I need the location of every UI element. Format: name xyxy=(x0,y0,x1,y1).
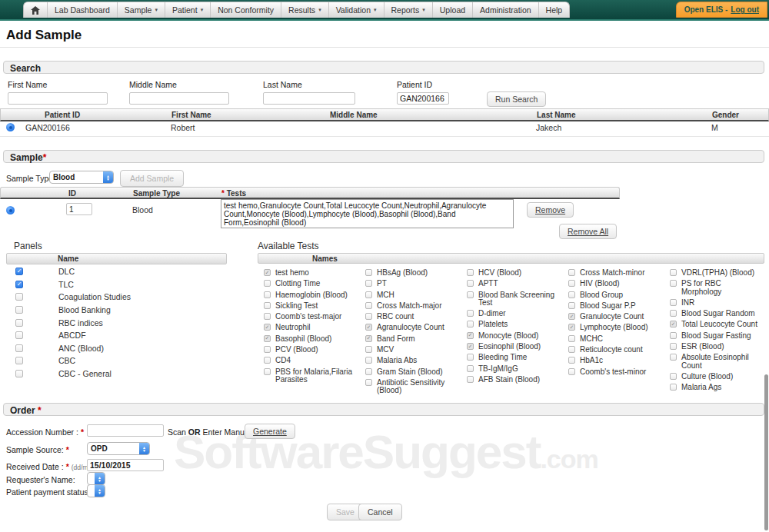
test-checkbox-neutrophil[interactable]: ✓ xyxy=(264,324,271,331)
test-checkbox-blood-bank-screening-test[interactable]: ✓ xyxy=(467,291,474,298)
test-checkbox-pbs-for-malaria-filaria-parasites[interactable]: ✓ xyxy=(264,368,271,375)
panel-label: ABCDF xyxy=(58,331,86,340)
panel-checkbox-blood-banking[interactable]: ✓ xyxy=(15,306,23,314)
test-checkbox-esr-blood[interactable]: ✓ xyxy=(670,343,677,350)
test-checkbox-tb-igm-igg[interactable]: ✓ xyxy=(467,365,474,372)
add-sample-button[interactable]: Add Sample xyxy=(120,170,184,187)
test-item-clotting-time: ✓Clotting Time xyxy=(258,280,359,288)
last-name-input[interactable] xyxy=(263,92,355,105)
cancel-button[interactable]: Cancel xyxy=(358,504,402,520)
patient-id-input[interactable] xyxy=(397,92,449,105)
test-checkbox-hbsag-blood[interactable]: ✓ xyxy=(365,269,372,276)
remove-button[interactable]: Remove xyxy=(527,202,574,218)
test-checkbox-mcv[interactable]: ✓ xyxy=(365,346,372,353)
test-checkbox-reticulocyte-count[interactable]: ✓ xyxy=(568,346,575,353)
received-date-input[interactable] xyxy=(87,459,164,471)
nav-item-non-conformity[interactable]: Non Conformity xyxy=(211,2,281,18)
nav-item-administration[interactable]: Administration xyxy=(473,2,539,18)
test-checkbox-inr[interactable]: ✓ xyxy=(670,299,677,306)
test-checkbox-agranulocyte-count[interactable]: ✓ xyxy=(365,324,372,331)
home-button[interactable] xyxy=(24,2,48,18)
nav-item-results[interactable]: Results▾ xyxy=(281,2,329,18)
test-checkbox-hiv-blood[interactable]: ✓ xyxy=(568,280,575,287)
panel-checkbox-rbc-indices[interactable]: ✓ xyxy=(15,319,23,327)
panel-checkbox-cbc[interactable]: ✓ xyxy=(15,357,23,364)
test-checkbox-clotting-time[interactable]: ✓ xyxy=(264,280,271,287)
test-checkbox-basophil-blood[interactable]: ✓ xyxy=(264,335,271,342)
test-checkbox-mchc[interactable]: ✓ xyxy=(568,335,575,342)
test-checkbox-sickling-test[interactable]: ✓ xyxy=(264,302,271,309)
test-checkbox-total-leucocyte-count[interactable]: ✓ xyxy=(670,321,677,328)
test-checkbox-cross-match-major[interactable]: ✓ xyxy=(365,302,372,309)
test-checkbox-pt[interactable]: ✓ xyxy=(365,280,372,287)
test-checkbox-culture-blood[interactable]: ✓ xyxy=(670,373,677,380)
test-checkbox-cross-match-minor[interactable]: ✓ xyxy=(568,269,575,276)
panel-checkbox-cbc-general[interactable]: ✓ xyxy=(15,370,23,377)
nav-item-patient[interactable]: Patient▾ xyxy=(165,2,211,18)
test-checkbox-rbc-count[interactable]: ✓ xyxy=(365,313,372,320)
test-checkbox-band-form[interactable]: ✓ xyxy=(365,335,372,342)
test-checkbox-cd4[interactable]: ✓ xyxy=(264,357,271,364)
test-checkbox-blood-sugar-random[interactable]: ✓ xyxy=(670,310,677,317)
test-checkbox-coomb-s-test-minor[interactable]: ✓ xyxy=(568,368,575,375)
panel-checkbox-anc-blood[interactable]: ✓ xyxy=(15,344,23,352)
test-checkbox-hcv-blood[interactable]: ✓ xyxy=(467,269,474,276)
middle-name-input[interactable] xyxy=(129,92,229,105)
test-checkbox-blood-sugar-p-p[interactable]: ✓ xyxy=(568,302,575,309)
test-checkbox-aptt[interactable]: ✓ xyxy=(467,280,474,287)
sample-id-input[interactable] xyxy=(66,203,92,215)
nav-item-help[interactable]: Help xyxy=(539,2,570,18)
test-checkbox-hba1c[interactable]: ✓ xyxy=(568,357,575,364)
sample-row-radio[interactable] xyxy=(6,206,15,214)
accession-number-input[interactable] xyxy=(87,424,164,437)
sample-tests-textarea[interactable]: test hemo,Granulocyte Count,Total Leucoc… xyxy=(221,199,514,228)
test-checkbox-afb-stain-blood[interactable]: ✓ xyxy=(467,376,474,383)
test-checkbox-eosinophil-blood[interactable]: ✓ xyxy=(467,343,474,350)
nav-item-sample[interactable]: Sample▾ xyxy=(118,2,165,18)
test-label: Culture (Blood) xyxy=(681,373,760,381)
panel-checkbox-dlc[interactable]: ✓ xyxy=(15,268,23,275)
test-checkbox-platelets[interactable]: ✓ xyxy=(467,321,474,328)
test-checkbox-ps-for-rbc-morphology[interactable]: ✓ xyxy=(670,280,677,287)
panel-label: CBC xyxy=(58,356,75,365)
nav-item-reports[interactable]: Reports▾ xyxy=(384,2,433,18)
test-checkbox-haemoglobin-blood[interactable]: ✓ xyxy=(264,291,271,298)
test-checkbox-bleeding-time[interactable]: ✓ xyxy=(467,354,474,361)
logout-link[interactable]: Log out xyxy=(731,5,759,14)
generate-button[interactable]: Generate xyxy=(245,424,295,439)
nav-item-lab-dashboard[interactable]: Lab Dashboard xyxy=(48,2,118,18)
test-checkbox-lymphocyte-blood[interactable]: ✓ xyxy=(568,324,575,331)
panel-checkbox-abcdf[interactable]: ✓ xyxy=(15,331,23,339)
first-name-input[interactable] xyxy=(8,92,108,105)
test-checkbox-test-hemo[interactable]: ✓ xyxy=(264,269,271,276)
sample-source-select[interactable]: OPD ▲▼ xyxy=(87,442,150,455)
test-checkbox-pcv-blood[interactable]: ✓ xyxy=(264,346,271,353)
panel-checkbox-coagulation-studies[interactable]: ✓ xyxy=(15,293,23,301)
test-checkbox-vdrl-tpha-blood[interactable]: ✓ xyxy=(670,269,677,276)
test-checkbox-malaria-ags[interactable]: ✓ xyxy=(670,384,677,391)
patient-col-header-middle-name: Middle Name xyxy=(330,111,378,119)
patient-row-radio[interactable] xyxy=(6,123,15,131)
test-checkbox-malaria-abs[interactable]: ✓ xyxy=(365,357,372,364)
test-label: APTT xyxy=(478,280,557,288)
test-checkbox-monocyte-blood[interactable]: ✓ xyxy=(467,332,474,339)
test-checkbox-absolute-eosinophil-count[interactable]: ✓ xyxy=(670,354,677,361)
test-checkbox-blood-sugar-fasting[interactable]: ✓ xyxy=(670,332,677,339)
test-checkbox-blood-group[interactable]: ✓ xyxy=(568,291,575,298)
test-checkbox-d-dimer[interactable]: ✓ xyxy=(467,310,474,317)
test-item-cross-match-major: ✓Cross Match-major xyxy=(359,302,461,310)
panel-checkbox-tlc[interactable]: ✓ xyxy=(15,281,23,288)
nav-item-validation[interactable]: Validation▾ xyxy=(329,2,384,18)
test-checkbox-antibiotic-sensitivity-blood[interactable]: ✓ xyxy=(365,379,372,386)
run-search-button[interactable]: Run Search xyxy=(487,91,546,107)
requester-name-select[interactable]: ▲▼ xyxy=(87,472,105,485)
payment-status-select[interactable]: ▲▼ xyxy=(87,484,105,497)
test-checkbox-mch[interactable]: ✓ xyxy=(365,291,372,298)
vertical-scrollbar[interactable] xyxy=(764,374,768,530)
sample-type-select[interactable]: Blood ▲▼ xyxy=(49,171,114,184)
test-checkbox-granulocyte-count[interactable]: ✓ xyxy=(568,313,575,320)
test-checkbox-coomb-s-test-major[interactable]: ✓ xyxy=(264,313,271,320)
remove-all-button[interactable]: Remove All xyxy=(559,224,617,239)
test-checkbox-gram-stain-blood[interactable]: ✓ xyxy=(365,368,372,375)
nav-item-upload[interactable]: Upload xyxy=(433,2,473,18)
